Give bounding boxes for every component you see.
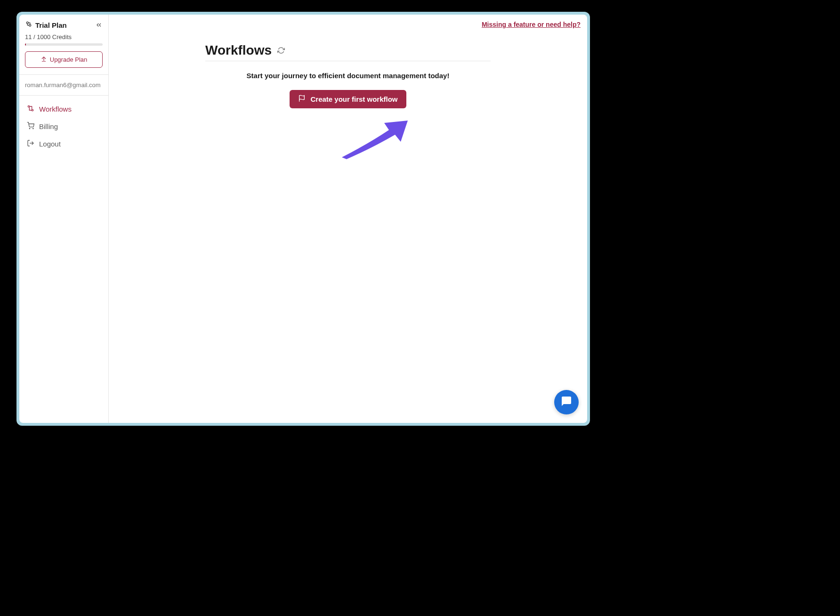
sidebar: Trial Plan 11 / 1000 Credits xyxy=(19,15,109,423)
plan-left: Trial Plan xyxy=(25,20,67,30)
refresh-button[interactable] xyxy=(277,47,285,54)
workflows-icon xyxy=(27,105,34,113)
sidebar-top: Trial Plan 11 / 1000 Credits xyxy=(19,15,108,75)
arrow-annotation xyxy=(339,121,410,162)
svg-point-4 xyxy=(32,109,33,111)
journey-text: Start your journey to efficient document… xyxy=(205,72,491,80)
credits-progress-fill xyxy=(25,43,26,46)
create-workflow-button[interactable]: Create your first workflow xyxy=(290,90,406,108)
plan-row: Trial Plan xyxy=(25,20,103,30)
nav-label: Workflows xyxy=(39,105,72,113)
help-link[interactable]: Missing a feature or need help? xyxy=(482,21,581,28)
user-email: roman.furman6@gmail.com xyxy=(25,81,103,89)
nav-label: Billing xyxy=(39,122,58,130)
nav-section: Workflows Billing xyxy=(19,96,108,157)
credits-text: 11 / 1000 Credits xyxy=(25,33,103,41)
nav-item-logout[interactable]: Logout xyxy=(23,135,105,153)
upgrade-icon xyxy=(40,56,47,64)
cart-icon xyxy=(27,122,34,131)
user-section: roman.furman6@gmail.com xyxy=(19,75,108,96)
app-inner: Trial Plan 11 / 1000 Credits xyxy=(19,15,587,423)
nav-item-billing[interactable]: Billing xyxy=(23,118,105,135)
svg-point-5 xyxy=(29,128,30,129)
chat-icon xyxy=(561,396,572,409)
plan-label: Trial Plan xyxy=(35,21,67,29)
svg-point-3 xyxy=(28,105,29,107)
chat-button[interactable] xyxy=(554,390,579,414)
upgrade-label: Upgrade Plan xyxy=(50,56,88,63)
nav-item-workflows[interactable]: Workflows xyxy=(23,100,105,118)
credits-progress-bar xyxy=(25,43,103,46)
plan-icon xyxy=(25,20,32,30)
logout-icon xyxy=(27,139,34,148)
app-frame: Trial Plan 11 / 1000 Credits xyxy=(16,12,590,426)
flag-icon xyxy=(298,95,306,104)
create-button-label: Create your first workflow xyxy=(310,95,397,103)
collapse-sidebar-button[interactable] xyxy=(95,21,103,29)
svg-point-6 xyxy=(33,128,33,129)
nav-label: Logout xyxy=(39,140,61,148)
upgrade-plan-button[interactable]: Upgrade Plan xyxy=(25,51,103,68)
svg-point-0 xyxy=(26,22,28,24)
svg-point-1 xyxy=(29,24,31,26)
page-title: Workflows xyxy=(205,43,272,58)
main-area: Missing a feature or need help? Workflow… xyxy=(109,15,587,423)
content: Workflows Start your journey to efficien… xyxy=(205,15,491,108)
page-header: Workflows xyxy=(205,43,491,61)
